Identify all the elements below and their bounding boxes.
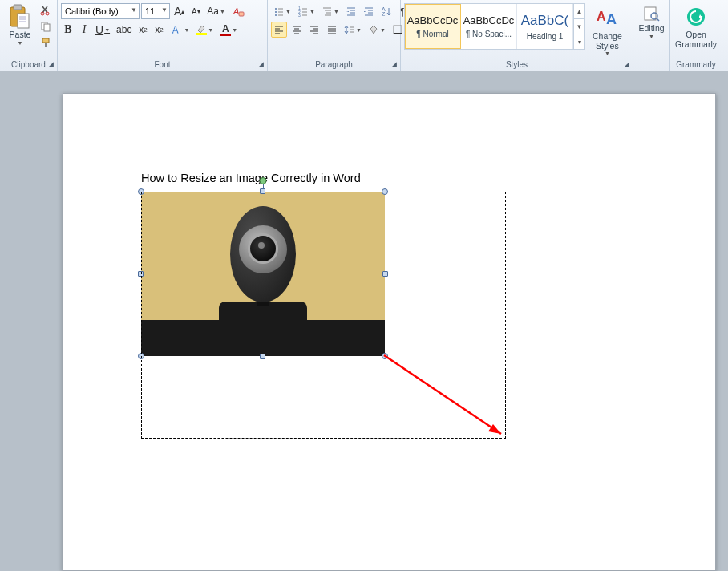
justify-button[interactable] <box>324 22 340 38</box>
underline-button[interactable]: U▼ <box>93 22 112 38</box>
svg-rect-11 <box>45 43 47 47</box>
svg-rect-13 <box>239 12 244 16</box>
selected-image[interactable] <box>141 192 385 356</box>
paste-label: Paste <box>10 30 31 40</box>
shrink-font-button[interactable]: A▾ <box>188 3 203 19</box>
svg-text:Z: Z <box>382 11 386 17</box>
group-paragraph: ▼ 123▼ ▼ AZ ¶ ▼ ▼ ▼ Paragraph ◢ <box>268 0 401 71</box>
group-clipboard: Paste ▼ Clipboard ◢ <box>0 0 58 71</box>
resize-handle-tr[interactable] <box>382 188 388 195</box>
editing-label: Editing <box>638 24 664 34</box>
group-styles: AaBbCcDc ¶ Normal AaBbCcDc ¶ No Spaci...… <box>401 0 633 71</box>
group-grammarly: OpenGrammarly Grammarly <box>670 0 722 71</box>
multilevel-list-button[interactable]: ▼ <box>319 3 342 19</box>
group-font: Calibri (Body) ▼ 11 ▼ A▴ A▾ Aa▼ A B I U▼… <box>58 0 268 71</box>
font-color-bar <box>220 34 231 36</box>
resize-handle-bl[interactable] <box>138 353 144 359</box>
svg-line-66 <box>657 18 659 21</box>
clipboard-launcher[interactable]: ◢ <box>46 59 55 69</box>
style-heading-1[interactable]: AaBbC( Heading 1 <box>517 4 573 49</box>
increase-indent-button[interactable] <box>361 3 377 19</box>
svg-rect-10 <box>42 38 49 43</box>
open-grammarly-button[interactable]: OpenGrammarly <box>671 2 721 51</box>
resize-handle-t[interactable] <box>260 188 265 194</box>
strikethrough-button[interactable]: abc <box>114 22 134 38</box>
ribbon: Paste ▼ Clipboard ◢ Calibri (B <box>0 0 728 71</box>
align-left-button[interactable] <box>271 22 287 38</box>
bold-button[interactable]: B <box>61 22 75 38</box>
superscript-button[interactable]: x2 <box>152 22 166 38</box>
svg-text:A: A <box>597 10 606 23</box>
paragraph-group-label: Paragraph <box>271 59 397 71</box>
paste-button[interactable]: Paste ▼ <box>3 2 37 48</box>
resize-handle-l[interactable] <box>138 271 144 277</box>
numbering-button[interactable]: 123▼ <box>295 3 317 19</box>
resize-handle-r[interactable] <box>382 271 388 277</box>
editing-group-label <box>637 68 666 71</box>
bullets-button[interactable]: ▼ <box>271 3 293 19</box>
align-center-button[interactable] <box>289 22 305 38</box>
font-launcher[interactable]: ◢ <box>256 59 265 69</box>
align-right-button[interactable] <box>306 22 322 38</box>
paste-icon <box>7 4 33 30</box>
svg-point-17 <box>275 11 277 13</box>
font-size-value: 11 <box>145 6 155 16</box>
change-styles-label: ChangeStyles <box>593 32 622 51</box>
change-styles-button[interactable]: AA ChangeStyles ▼ <box>588 3 626 59</box>
decrease-indent-button[interactable] <box>343 3 359 19</box>
document-heading-text[interactable]: How to Resize an Image Correctly in Word <box>141 172 361 184</box>
format-painter-button[interactable] <box>38 35 53 50</box>
rotation-handle[interactable] <box>260 177 267 184</box>
grammarly-group-label: Grammarly <box>673 59 718 71</box>
highlight-color-bar <box>196 33 207 35</box>
resize-handle-tl[interactable] <box>138 188 144 195</box>
svg-rect-2 <box>18 14 29 28</box>
svg-point-19 <box>275 14 277 16</box>
resize-handle-b[interactable] <box>260 354 265 359</box>
svg-rect-64 <box>645 7 656 20</box>
svg-text:A: A <box>172 24 180 36</box>
font-color-button[interactable]: A▼ <box>217 22 240 38</box>
font-name-value: Calibri (Body) <box>65 6 119 16</box>
group-editing: Editing ▼ <box>633 0 670 71</box>
italic-button[interactable]: I <box>77 22 91 38</box>
paragraph-launcher[interactable]: ◢ <box>389 59 398 69</box>
sort-button[interactable]: AZ <box>378 3 394 19</box>
font-group-label: Font <box>61 59 264 71</box>
clear-formatting-button[interactable]: A <box>229 3 247 19</box>
line-spacing-button[interactable]: ▼ <box>342 22 364 38</box>
gallery-up[interactable]: ▲ <box>574 4 584 19</box>
gallery-more[interactable]: ▾ <box>574 34 584 49</box>
gallery-scroll: ▲ ▼ ▾ <box>573 4 584 49</box>
styles-group-label: Styles <box>404 59 629 71</box>
drag-arrow-icon <box>382 354 511 443</box>
text-effects-button[interactable]: A▼ <box>168 22 192 38</box>
copy-button[interactable] <box>38 19 53 34</box>
svg-rect-9 <box>44 24 50 31</box>
change-case-button[interactable]: Aa▼ <box>204 3 228 19</box>
grammarly-icon <box>683 4 709 30</box>
font-size-combo[interactable]: 11 ▼ <box>141 3 170 19</box>
resize-handle-br[interactable] <box>382 353 388 359</box>
shading-button[interactable]: ▼ <box>366 22 388 38</box>
find-icon <box>642 4 661 23</box>
svg-rect-1 <box>14 5 22 10</box>
grow-font-button[interactable]: A▴ <box>172 3 187 19</box>
style-no-spacing[interactable]: AaBbCcDc ¶ No Spaci... <box>461 4 517 49</box>
highlight-button[interactable]: ▼ <box>193 22 216 38</box>
style-normal[interactable]: AaBbCcDc ¶ Normal <box>405 4 461 49</box>
webcam-image-content <box>141 192 385 356</box>
page[interactable]: How to Resize an Image Correctly in Word <box>63 93 716 571</box>
svg-marker-69 <box>488 424 501 434</box>
cut-button[interactable] <box>38 3 53 18</box>
subscript-button[interactable]: x2 <box>135 22 150 38</box>
font-name-combo[interactable]: Calibri (Body) ▼ <box>61 3 140 19</box>
styles-launcher[interactable]: ◢ <box>621 59 631 69</box>
editing-button[interactable]: Editing ▼ <box>634 2 668 42</box>
style-gallery: AaBbCcDc ¶ Normal AaBbCcDc ¶ No Spaci...… <box>404 3 585 50</box>
grammarly-label: OpenGrammarly <box>675 30 717 49</box>
svg-text:3: 3 <box>298 13 301 17</box>
gallery-down[interactable]: ▼ <box>574 19 584 34</box>
svg-text:A: A <box>233 6 239 16</box>
change-styles-icon: AA <box>594 6 620 31</box>
